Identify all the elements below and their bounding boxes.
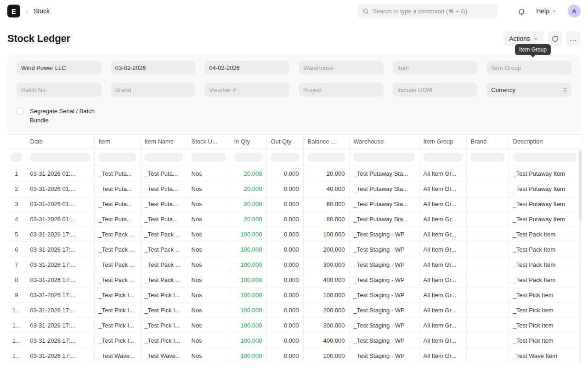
column-header-description[interactable]: Description <box>509 135 581 149</box>
table-row[interactable]: 1...03-31-2026 17:..._Test Wave..._Test … <box>7 348 581 363</box>
table-row[interactable]: 603-31-2026 17:..._Test Pack ..._Test Pa… <box>7 242 581 257</box>
to-date-filter-input[interactable] <box>204 61 289 75</box>
cell-out_qty: 0.000 <box>266 181 303 196</box>
column-header-stock_uom[interactable]: Stock U... <box>187 135 230 149</box>
brand-filter-input[interactable] <box>111 83 196 97</box>
notifications-button[interactable] <box>514 4 529 18</box>
table-row[interactable]: 1...03-31-2026 17:..._Test Pick I..._Tes… <box>7 318 581 333</box>
search-input[interactable] <box>373 8 493 15</box>
page-title: Stock Ledger <box>7 33 70 45</box>
table-row[interactable]: 803-31-2026 17:..._Test Pack ..._Test Pa… <box>7 272 581 288</box>
table-row[interactable]: 1...03-31-2026 17:..._Test Pick I..._Tes… <box>7 333 581 348</box>
cell-item: _Test Puta... <box>94 166 140 181</box>
search-icon <box>362 8 369 14</box>
cell-balance_qty: 100.000 <box>303 227 349 242</box>
column-filter-input-in_qty[interactable] <box>234 153 263 162</box>
cell-warehouse: _Test Staging - WP <box>349 242 419 257</box>
cell-item_group: All Item Gr... <box>419 288 466 303</box>
cell-in_qty: 20.000 <box>230 181 266 196</box>
cell-stock_uom: Nos <box>187 272 230 288</box>
cell-description: _Test Putaway Item <box>509 181 581 196</box>
column-filter-input-item[interactable] <box>98 153 136 162</box>
from-date-filter-input[interactable] <box>111 61 196 75</box>
warehouse-filter-input[interactable] <box>299 61 384 75</box>
cell-item: _Test Puta... <box>94 181 140 196</box>
more-options-button[interactable]: … <box>566 31 581 46</box>
column-filter-input-warehouse[interactable] <box>353 153 415 162</box>
column-filter-input-brand[interactable] <box>470 153 505 162</box>
breadcrumb[interactable]: Stock <box>34 7 50 15</box>
cell-in_qty: 100.000 <box>230 303 266 318</box>
cell-in_qty: 20.000 <box>230 196 266 212</box>
column-filter-input-num[interactable] <box>11 153 23 162</box>
cell-stock_uom: Nos <box>187 227 230 242</box>
company-filter-input[interactable] <box>17 61 102 75</box>
voucher-filter-input[interactable] <box>204 83 289 97</box>
avatar[interactable]: A <box>568 5 581 17</box>
cell-num: 2 <box>7 181 26 196</box>
column-header-index[interactable] <box>7 135 26 149</box>
item-group-filter-input[interactable] <box>486 61 571 75</box>
cell-description: _Test Pack Item <box>509 227 581 242</box>
column-filter-input-item_name[interactable] <box>144 153 183 162</box>
table-row[interactable]: 403-31-2026 01:..._Test Puta..._Test Put… <box>7 212 581 227</box>
cell-balance_qty: 80.000 <box>303 212 349 227</box>
cell-balance_qty: 200.000 <box>303 303 349 318</box>
table-row[interactable]: 503-31-2026 17:..._Test Pack ..._Test Pa… <box>7 227 581 242</box>
global-search[interactable] <box>358 4 498 18</box>
table-row[interactable]: 303-31-2026 01:..._Test Puta..._Test Put… <box>7 196 581 212</box>
column-header-warehouse[interactable]: Warehouse <box>349 135 419 149</box>
include-uom-filter-input[interactable] <box>393 83 478 97</box>
cell-out_qty: 0.000 <box>266 272 303 288</box>
table-row[interactable]: 103-31-2026 01:..._Test Puta..._Test Put… <box>7 166 581 181</box>
ellipsis-icon: … <box>570 36 577 41</box>
refresh-button[interactable] <box>548 31 562 46</box>
cell-item: _Test Pick I... <box>94 318 140 333</box>
column-header-in_qty[interactable]: In Qty <box>230 135 266 149</box>
column-filter-input-out_qty[interactable] <box>271 153 300 162</box>
help-menu[interactable]: Help <box>536 7 557 15</box>
column-filter-input-balance_qty[interactable] <box>307 153 345 162</box>
cell-in_qty: 100.000 <box>230 288 266 303</box>
cell-warehouse: _Test Putaway Sta... <box>349 196 419 212</box>
cell-in_qty: 100.000 <box>230 333 266 348</box>
currency-filter-value: Currency <box>491 86 515 93</box>
column-filter-input-description[interactable] <box>513 153 577 162</box>
table-row[interactable]: 703-31-2026 17:..._Test Pack ..._Test Pa… <box>7 257 581 272</box>
column-header-brand[interactable]: Brand <box>466 135 509 149</box>
column-header-item_name[interactable]: Item Name <box>140 135 187 149</box>
cell-num: 9 <box>7 288 26 303</box>
column-header-balance_qty[interactable]: Balance ... <box>303 135 349 149</box>
column-header-date[interactable]: Date <box>26 135 94 149</box>
cell-item_name: _Test Pick I... <box>140 318 187 333</box>
currency-filter-select[interactable]: Currency <box>486 83 571 97</box>
table-row[interactable]: 903-31-2026 17:..._Test Pick I..._Test P… <box>7 288 581 303</box>
item-filter-input[interactable] <box>393 61 478 75</box>
table-scrollbar-thumb[interactable] <box>579 151 582 220</box>
cell-date: 03-31-2026 17:... <box>26 272 94 288</box>
column-header-out_qty[interactable]: Out Qty <box>266 135 303 149</box>
batch-no-filter-input[interactable] <box>17 83 102 97</box>
app-logo[interactable]: E <box>7 5 20 17</box>
column-filter-input-item_group[interactable] <box>423 153 463 162</box>
table-scrollbar[interactable] <box>579 149 582 362</box>
cell-date: 03-31-2026 17:... <box>26 318 94 333</box>
project-filter-input[interactable] <box>299 83 384 97</box>
cell-item_name: _Test Puta... <box>140 181 187 196</box>
cell-out_qty: 0.000 <box>266 318 303 333</box>
cell-item: _Test Pack ... <box>94 272 140 288</box>
segregate-checkbox[interactable] <box>17 108 23 115</box>
column-header-item_group[interactable]: Item Group <box>419 135 466 149</box>
table-row[interactable]: 203-31-2026 01:..._Test Puta..._Test Put… <box>7 181 581 196</box>
cell-date: 03-31-2026 17:... <box>26 303 94 318</box>
help-label: Help <box>536 7 549 15</box>
cell-brand <box>466 196 509 212</box>
cell-item_group: All Item Gr... <box>419 257 466 272</box>
column-header-item[interactable]: Item <box>94 135 140 149</box>
segregate-checkbox-row[interactable]: Segregate Serial / Batch Bundle <box>17 107 571 125</box>
cell-item_name: _Test Pick I... <box>140 288 187 303</box>
cell-item_name: _Test Wave... <box>140 348 187 363</box>
column-filter-input-date[interactable] <box>30 153 90 162</box>
table-row[interactable]: 1...03-31-2026 17:..._Test Pick I..._Tes… <box>7 303 581 318</box>
column-filter-input-stock_uom[interactable] <box>191 153 226 162</box>
